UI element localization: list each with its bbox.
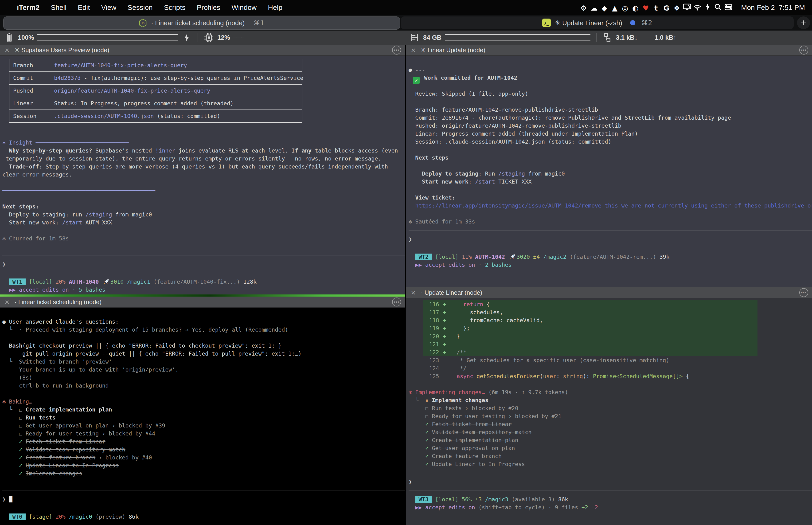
text-segment: Review: Skipped (1 file, app-only) (409, 90, 528, 97)
text-segment: Create feature branch (26, 454, 95, 461)
terminal-line: ✻ Sautéed for 1m 33s (409, 217, 812, 226)
text-segment: Get user approval on plan (432, 445, 515, 451)
tab-update-linear[interactable]: ❯_ ✳ Update Linear (-zsh) ⌘2 (401, 16, 794, 29)
terminal-content[interactable]: 116+ return {117+ schedules,118+ fromCac… (406, 298, 812, 525)
text-segment: ☐ Ready for user testing › blocked by #4… (2, 430, 155, 437)
text-segment: Fetch ticket from Linear (432, 421, 512, 427)
text-segment: 20% (56, 279, 65, 285)
tab-title: ✳ Update Linear (-zsh) (555, 19, 622, 27)
triangle-app-icon[interactable]: ▲ (610, 3, 620, 13)
menu-item-iterm2[interactable]: iTerm2 (11, 3, 45, 11)
text-segment: Trade-off (9, 163, 39, 170)
menu-item-profiles[interactable]: Profiles (191, 3, 226, 11)
close-pane-icon[interactable]: × (411, 46, 416, 54)
text-segment: Your branch is up to date with 'origin/p… (2, 366, 179, 373)
text-segment: }; (450, 324, 470, 332)
new-tab-button[interactable]: + (797, 16, 810, 29)
blank-lines (409, 98, 812, 106)
text-segment: ✓ (19, 462, 26, 469)
text-segment: Implement changes (432, 397, 489, 404)
layers-icon[interactable]: ☁ (589, 3, 599, 13)
terminal-line: WT2 [local] 11% AUTM-1042 3020 ±4 /magic… (409, 253, 812, 261)
terminal-line: └ ▪ Implement changes (409, 396, 812, 404)
terminal-line: ✓ Implement changes (2, 469, 405, 478)
text-segment: temporarily due to session state), the e… (2, 155, 381, 162)
text-segment: └ (409, 397, 425, 404)
text-segment: · (69, 286, 79, 293)
blank-lines (409, 380, 812, 388)
pane-menu-icon[interactable]: ••• (392, 46, 401, 55)
text-segment: └ (2, 406, 19, 413)
text-segment (508, 496, 512, 503)
text-segment: ▶▶ (415, 261, 425, 268)
tab-linear-ticket-scheduling[interactable]: JS · Linear ticket scheduling (node) ⌘1 (3, 16, 400, 30)
text-segment: 20% (56, 513, 65, 520)
line-number: 123 (423, 356, 439, 364)
menu-item-window[interactable]: Window (226, 3, 262, 11)
terminal-line: Commit: 2e891674 - chore(authormagic): r… (409, 114, 812, 122)
text-segment (450, 300, 463, 308)
menu-item-view[interactable]: View (96, 3, 122, 11)
text-segment: └ (2, 358, 19, 365)
display-icon[interactable] (682, 2, 692, 12)
pane-menu-icon[interactable]: ••• (392, 298, 401, 306)
one-password-icon[interactable]: ◎ (620, 3, 630, 13)
pane-title: · Linear ticket scheduling (node) (15, 298, 102, 306)
text-segment (472, 254, 475, 260)
menu-bar-clock[interactable]: Mon Feb 2 7:51 PM (741, 3, 805, 12)
close-pane-icon[interactable]: × (5, 46, 10, 54)
text-segment (540, 254, 543, 260)
close-pane-icon[interactable]: × (5, 298, 10, 306)
terminal-line: ☐ Get user approval on plan › blocked by… (2, 422, 405, 430)
text-segment: ✓ (19, 454, 26, 461)
menu-item-session[interactable]: Session (122, 3, 158, 11)
menu-item-help[interactable]: Help (262, 3, 288, 11)
terminal-line: ✓ Get user approval on plan (409, 444, 812, 452)
wifi-icon[interactable] (692, 2, 703, 13)
line-number: 121 (423, 340, 439, 348)
terminal-content[interactable]: ● --- ✓ Work committed for AUTM-1042 Rev… (406, 56, 812, 287)
menu-item-scripts[interactable]: Scripts (158, 3, 191, 11)
blank-lines (2, 334, 405, 342)
tab-title: · Linear ticket scheduling (node) (151, 19, 245, 27)
diff-line: 124 */ (423, 364, 757, 372)
text-segment (458, 496, 462, 503)
diff-marker: + (439, 300, 450, 308)
pane-update-linear: × · Update Linear (node) ••• 116+ return… (406, 287, 812, 525)
dropbox-icon[interactable]: ❖ (672, 3, 682, 13)
battery-percent: 100% (18, 34, 34, 41)
terminal-content[interactable]: ● User answered Claude's questions: └ · … (0, 308, 405, 525)
line-number: 125 (423, 372, 439, 380)
tumblr-icon[interactable]: t (651, 3, 661, 13)
search-icon[interactable] (713, 2, 723, 12)
text-segment: Promise<ScheduledMessage[]> (593, 372, 683, 380)
bolt-icon[interactable] (703, 2, 713, 12)
terminal-line: ✓ Create feature branch › blocked by #40 (2, 453, 405, 462)
text-segment: AUTM-1042 (475, 254, 505, 260)
cpu-icon (204, 32, 214, 43)
docker-icon[interactable]: ◆ (599, 3, 610, 13)
grammarly-icon[interactable]: G (661, 3, 672, 13)
pane-menu-icon[interactable]: ••• (799, 288, 808, 297)
close-pane-icon[interactable]: × (411, 289, 416, 297)
diff-marker: + (439, 340, 450, 348)
gear-icon[interactable]: ⚙ (579, 3, 589, 13)
text-segment: clear error messages. (2, 171, 72, 178)
terminal-content[interactable]: Branchfeature/AUTM-1040-fix-price-alerts… (0, 56, 405, 295)
compass-icon[interactable]: ◐ (630, 3, 641, 13)
menu-item-shell[interactable]: Shell (45, 3, 72, 11)
text-segment: └ · Proceed with staging deployment of 1… (2, 327, 288, 333)
pane-menu-icon[interactable]: ••• (799, 46, 808, 55)
line-number: 122 (423, 348, 439, 356)
text-segment: feature/AUTM-1040-fix-price-alerts-query (54, 61, 187, 69)
control-center-icon[interactable] (723, 2, 734, 12)
text-segment (409, 445, 425, 451)
terminal-line: ✶ Insight ──────────────────────────── (2, 139, 405, 147)
menu-items: iTerm2ShellEditViewSessionScriptsProfile… (11, 3, 288, 12)
menu-item-edit[interactable]: Edit (72, 3, 96, 11)
red-pin-icon[interactable]: ♥ (641, 3, 651, 13)
terminal-line: ▶▶ accept edits on · 2 bashes (409, 261, 812, 269)
diff-line: 123 * Get schedules for a specific user … (423, 356, 757, 364)
diff-marker (439, 364, 450, 372)
summary-table: Branchfeature/AUTM-1040-fix-price-alerts… (9, 59, 302, 123)
